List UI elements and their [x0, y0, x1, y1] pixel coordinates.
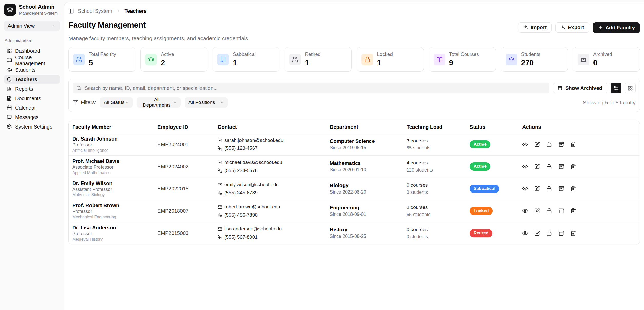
view-selector[interactable]: Admin View	[4, 21, 60, 31]
edit-icon	[534, 208, 540, 214]
stat-value: 5	[89, 58, 116, 67]
edit-button[interactable]	[534, 141, 540, 147]
sidebar-item-system-settings[interactable]: System Settings	[4, 122, 60, 131]
message-icon	[7, 115, 12, 120]
archive-icon	[558, 230, 564, 236]
filter-select-all-status[interactable]: All Status	[100, 97, 133, 108]
employee-id: EMP2024002	[157, 164, 188, 169]
delete-button[interactable]	[570, 208, 577, 214]
employee-id: EMP2024001	[157, 142, 188, 147]
email: sarah.johnson@school.edu	[224, 137, 284, 143]
stat-label: Archived	[593, 51, 612, 57]
show-archived-button[interactable]: Show Archived	[553, 83, 607, 93]
stat-label: Total Courses	[449, 51, 479, 57]
trash-icon	[570, 186, 576, 191]
dashboard-icon	[7, 48, 12, 54]
delete-button[interactable]	[570, 164, 577, 170]
chevron-down-icon	[125, 100, 129, 104]
stat-value: 270	[521, 58, 540, 67]
archive-button[interactable]	[558, 186, 565, 192]
filter-select-all-departments[interactable]: All Departments	[137, 97, 181, 108]
row-actions	[522, 208, 636, 214]
sidebar-item-teachers[interactable]: Teachers	[4, 75, 60, 84]
faculty-name: Prof. Michael Davis	[72, 158, 149, 164]
breadcrumb-root[interactable]: School System	[78, 8, 112, 14]
archive-button[interactable]	[558, 141, 565, 147]
lock-button[interactable]	[546, 230, 552, 236]
stat-label: Students	[521, 51, 540, 57]
sidebar-item-label: Documents	[15, 95, 41, 101]
lock-button[interactable]	[546, 208, 552, 214]
column-header-department: Department	[326, 121, 402, 133]
edit-button[interactable]	[534, 164, 540, 170]
search-input[interactable]	[73, 83, 549, 93]
list-view-icon	[613, 85, 619, 91]
archive-button[interactable]	[558, 230, 565, 236]
import-button[interactable]: Import	[518, 22, 552, 33]
stat-card-total-courses: Total Courses 9	[429, 47, 496, 72]
sidebar-item-documents[interactable]: Documents	[4, 94, 60, 103]
sidebar-item-dashboard[interactable]: Dashboard	[4, 47, 60, 55]
list-view-toggle[interactable]	[611, 83, 621, 93]
delete-button[interactable]	[570, 230, 577, 236]
department: Biology	[330, 183, 398, 188]
sidebar-item-messages[interactable]: Messages	[4, 113, 60, 122]
stat-card-total-faculty: Total Faculty 5	[68, 47, 135, 72]
phone-icon	[218, 168, 222, 173]
faculty-specialization: Medieval History	[72, 237, 149, 242]
sidebar-item-label: Reports	[15, 86, 33, 92]
graduation-cap-icon	[148, 56, 154, 62]
faculty-specialization: Applied Mathematics	[72, 171, 149, 175]
sidebar-item-course-management[interactable]: Course Management	[4, 56, 60, 65]
phone: (555) 345-6789	[224, 190, 258, 196]
lock-button[interactable]	[546, 164, 552, 170]
sidebar-item-students[interactable]: Students	[4, 66, 60, 74]
lock-button[interactable]	[546, 186, 552, 192]
stat-label: Sabbatical	[233, 51, 256, 57]
sidebar: School Admin Management System Admin Vie…	[0, 0, 64, 310]
chevron-right-icon	[116, 9, 120, 13]
filter-select-all-positions[interactable]: All Positions	[185, 97, 228, 108]
sidebar-toggle-button[interactable]	[68, 8, 74, 14]
toolbar: Show Archived Filters: All Status All De…	[68, 79, 640, 112]
delete-button[interactable]	[570, 141, 577, 147]
edit-button[interactable]	[534, 230, 540, 236]
view-button[interactable]	[522, 186, 528, 192]
lock-button[interactable]	[546, 141, 552, 147]
faculty-position: Assistant Professor	[72, 187, 149, 192]
faculty-name: Dr. Lisa Anderson	[72, 225, 149, 230]
view-button[interactable]	[522, 208, 528, 214]
app-logo	[4, 4, 16, 16]
courses-count: 0 courses	[407, 227, 461, 233]
mail-icon	[218, 227, 222, 231]
export-button[interactable]: Export	[555, 22, 589, 33]
status-badge: Active	[470, 140, 490, 148]
sidebar-item-calendar[interactable]: Calendar	[4, 103, 60, 112]
department: Mathematics	[330, 160, 398, 166]
archive-button[interactable]	[558, 164, 565, 170]
sidebar-item-label: Teachers	[15, 76, 37, 82]
archive-button[interactable]	[558, 208, 565, 214]
sidebar-item-reports[interactable]: Reports	[4, 84, 60, 93]
graduation-cap-icon	[7, 6, 13, 13]
stats-row: Total Faculty 5 Active 2 Sabbatical 1 Re…	[68, 47, 640, 72]
delete-button[interactable]	[570, 186, 577, 192]
panel-left-icon	[68, 8, 74, 14]
archive-icon	[558, 208, 564, 214]
archive-icon	[558, 186, 564, 191]
bar-chart-icon	[7, 86, 12, 91]
view-button[interactable]	[522, 164, 528, 170]
faculty-name: Dr. Emily Wilson	[72, 180, 149, 186]
edit-button[interactable]	[534, 186, 540, 192]
filter-value: All Status	[104, 100, 124, 105]
view-button[interactable]	[522, 230, 528, 236]
edit-button[interactable]	[534, 208, 540, 214]
calendar-icon	[7, 105, 12, 110]
row-actions	[522, 164, 636, 170]
table-header-row: Faculty MemberEmployee IDContactDepartme…	[69, 121, 640, 133]
view-button[interactable]	[522, 141, 528, 147]
add-faculty-button[interactable]: Add Faculty	[593, 22, 640, 33]
grid-view-toggle[interactable]	[625, 83, 636, 93]
status-badge: Active	[470, 162, 490, 170]
archive-icon	[558, 142, 564, 147]
